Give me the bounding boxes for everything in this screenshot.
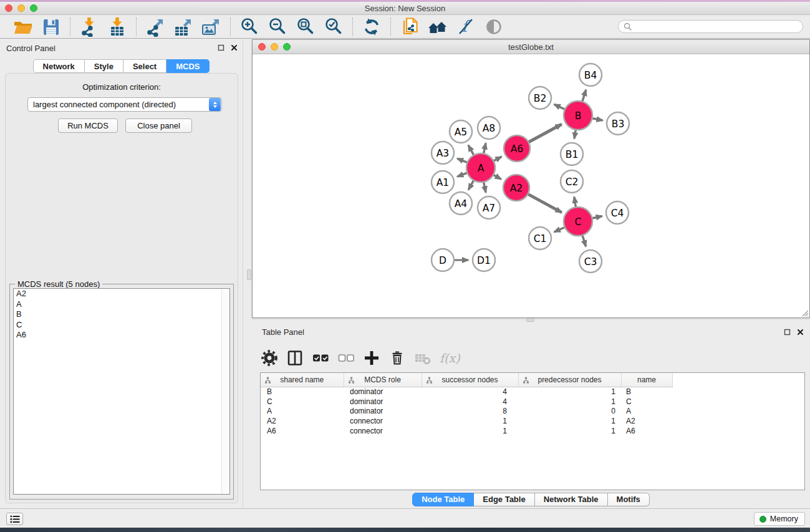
apply-layout-icon[interactable] (361, 16, 382, 37)
deselect-all-icon[interactable] (336, 348, 356, 368)
cell-name[interactable]: A6 (621, 426, 672, 436)
import-network-icon[interactable] (79, 16, 100, 37)
mcds-result-legend: MCDS result (5 nodes) (15, 279, 102, 289)
function-builder-button[interactable]: f(x) (438, 348, 460, 368)
tab-network-table[interactable]: Network Table (535, 493, 608, 506)
float-panel-icon[interactable] (218, 44, 224, 51)
column-header-successor-nodes[interactable]: successor nodes (422, 373, 518, 387)
zoom-fit-icon[interactable] (295, 16, 316, 37)
import-table-icon[interactable] (107, 16, 128, 37)
network-canvas[interactable]: AA1A2A3A4A5A6A7A8BB1B2B3B4CC1C2C3C4DD1 (253, 54, 809, 317)
open-session-icon[interactable] (12, 16, 34, 37)
cell-shared-name[interactable]: C (261, 397, 344, 407)
cell-name[interactable]: C (621, 397, 672, 407)
task-history-button[interactable] (6, 513, 23, 525)
cell-name[interactable]: B (621, 387, 672, 397)
column-header-shared-name[interactable]: shared name (261, 373, 344, 387)
close-panel-icon[interactable] (231, 44, 238, 51)
tab-select[interactable]: Select (123, 59, 166, 73)
splitter-handle-vertical[interactable] (247, 269, 251, 280)
cell-predecessor-nodes[interactable]: 0 (518, 406, 621, 416)
add-column-icon[interactable] (362, 348, 382, 368)
columns-icon[interactable] (285, 348, 305, 368)
table-row[interactable]: A2connector11A2 (261, 416, 804, 426)
criterion-select[interactable]: largest connected component (directed) (27, 97, 222, 112)
table-row[interactable]: A6connector11A6 (261, 426, 804, 436)
close-panel-icon[interactable] (797, 329, 804, 336)
tab-style[interactable]: Style (85, 59, 123, 73)
home-icon[interactable] (427, 16, 448, 37)
memory-button[interactable]: Memory (754, 512, 805, 526)
mcds-result-item[interactable]: C (14, 320, 229, 331)
run-mcds-button[interactable]: Run MCDS (58, 118, 118, 133)
export-network-icon[interactable] (145, 16, 166, 37)
export-table-icon[interactable] (173, 16, 194, 37)
cell-predecessor-nodes[interactable]: 1 (518, 387, 621, 397)
tab-edge-table[interactable]: Edge Table (474, 493, 534, 506)
select-all-icon[interactable] (311, 348, 330, 368)
node-table[interactable]: shared nameMCDS rolesuccessor nodesprede… (261, 373, 804, 435)
delete-table-icon[interactable] (413, 348, 433, 368)
node-table-container: shared nameMCDS rolesuccessor nodesprede… (260, 372, 805, 490)
cell-shared-name[interactable]: B (261, 387, 344, 397)
cell-mcds-role[interactable]: dominator (344, 406, 422, 416)
cell-successor-nodes[interactable]: 8 (422, 406, 518, 416)
cell-predecessor-nodes[interactable]: 1 (518, 426, 621, 436)
cell-successor-nodes[interactable]: 4 (422, 387, 518, 397)
table-row[interactable]: Cdominator41C (261, 397, 804, 407)
column-header-name[interactable]: name (621, 373, 672, 387)
cell-predecessor-nodes[interactable]: 1 (518, 416, 621, 426)
cell-shared-name[interactable]: A2 (261, 416, 344, 426)
cell-mcds-role[interactable]: connector (344, 416, 422, 426)
table-panel: Table Panel f(x) (252, 323, 810, 508)
mcds-result-item[interactable]: B (14, 309, 229, 320)
export-image-icon[interactable] (201, 16, 222, 37)
cell-successor-nodes[interactable]: 1 (422, 426, 518, 436)
hide-graphics-details-icon[interactable]: f (455, 16, 476, 37)
clone-network-icon[interactable] (399, 16, 420, 37)
fx-label: f(x) (438, 351, 460, 365)
splitter-handle-horizontal[interactable] (526, 318, 534, 322)
cell-mcds-role[interactable]: dominator (344, 397, 422, 407)
close-panel-button[interactable]: Close panel (125, 118, 192, 133)
cell-successor-nodes[interactable]: 4 (422, 397, 518, 407)
column-header-mcds-role[interactable]: MCDS role (344, 373, 422, 387)
tab-mcds[interactable]: MCDS (166, 59, 210, 73)
resize-grip-icon[interactable] (801, 309, 809, 317)
cell-name[interactable]: A (621, 406, 672, 416)
mcds-result-list[interactable]: A2ABCA6 (13, 288, 230, 495)
float-panel-icon[interactable] (784, 329, 791, 336)
scrollbar-track[interactable] (221, 289, 229, 494)
column-header-predecessor-nodes[interactable]: predecessor nodes (518, 373, 621, 387)
cell-name[interactable]: A2 (621, 416, 672, 426)
search-box[interactable] (618, 20, 803, 33)
zoom-selected-icon[interactable] (323, 16, 344, 37)
gear-icon[interactable] (259, 348, 279, 368)
search-input[interactable] (635, 22, 798, 31)
delete-column-icon[interactable] (387, 348, 407, 368)
table-row[interactable]: Bdominator41B (261, 387, 804, 397)
cell-shared-name[interactable]: A (261, 406, 344, 416)
zoom-in-icon[interactable] (239, 16, 260, 37)
cell-successor-nodes[interactable]: 1 (422, 416, 518, 426)
mcds-result-item[interactable]: A (14, 299, 229, 310)
mcds-result-item[interactable]: A6 (14, 330, 229, 341)
edge-A2-C[interactable] (527, 193, 562, 213)
edge-B-B4[interactable] (582, 90, 586, 103)
toolbar-separator (136, 17, 137, 36)
zoom-out-icon[interactable] (267, 16, 288, 37)
tab-node-table[interactable]: Node Table (412, 493, 474, 506)
cell-predecessor-nodes[interactable]: 1 (518, 397, 621, 407)
cell-filler (672, 406, 804, 416)
edge-A6-B[interactable] (528, 124, 562, 143)
graph-node-label-A2: A2 (510, 183, 523, 194)
cell-mcds-role[interactable]: dominator (344, 387, 422, 397)
cell-mcds-role[interactable]: connector (344, 426, 422, 436)
tab-network[interactable]: Network (33, 59, 85, 73)
cell-shared-name[interactable]: A6 (261, 426, 344, 436)
mcds-result-item[interactable]: A2 (14, 289, 229, 299)
eye-icon[interactable] (483, 16, 504, 37)
tab-motifs[interactable]: Motifs (608, 493, 650, 506)
save-session-icon[interactable] (41, 16, 62, 37)
table-row[interactable]: Adominator80A (261, 406, 804, 416)
